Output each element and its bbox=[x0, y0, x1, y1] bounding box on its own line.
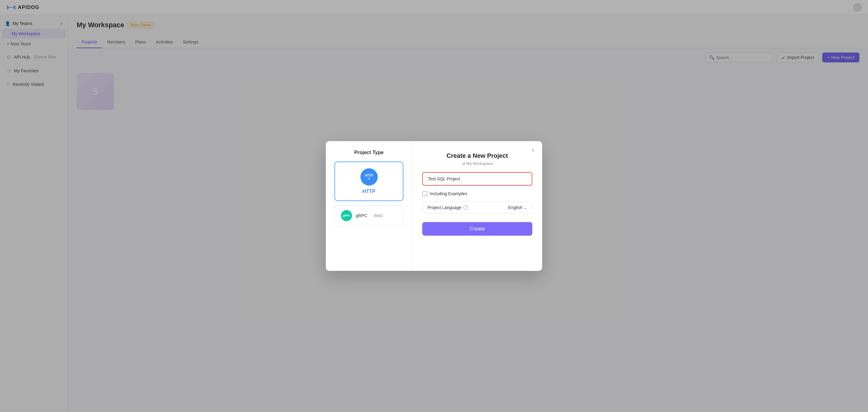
language-selected: English bbox=[508, 205, 522, 210]
grpc-icon: gRPC bbox=[341, 210, 352, 221]
help-icon[interactable]: ? bbox=[463, 205, 468, 210]
create-button[interactable]: Create bbox=[422, 222, 532, 236]
http-icon: HTTP ⇄ bbox=[361, 168, 378, 185]
modal-title: Create a New Project bbox=[422, 152, 532, 159]
modal-overlay: Project Type HTTP ⇄ HTTP gRPC gRPC Beta bbox=[0, 0, 868, 412]
modal-subtitle: of My Workspace bbox=[422, 161, 532, 166]
including-examples-checkbox[interactable] bbox=[422, 191, 427, 196]
including-examples-label[interactable]: Including Examples bbox=[430, 191, 467, 196]
grpc-beta-badge: Beta bbox=[373, 213, 383, 218]
language-value-group: English ⌄ bbox=[508, 205, 527, 210]
modal-close-button[interactable]: × bbox=[529, 146, 537, 155]
project-language-label: Project Language bbox=[428, 205, 462, 210]
http-project-type[interactable]: HTTP ⇄ HTTP bbox=[335, 162, 403, 201]
grpc-project-type[interactable]: gRPC gRPC Beta bbox=[335, 205, 403, 226]
new-project-modal: Project Type HTTP ⇄ HTTP gRPC gRPC Beta bbox=[326, 141, 542, 271]
modal-left-panel: Project Type HTTP ⇄ HTTP gRPC gRPC Beta bbox=[326, 141, 412, 271]
project-language-row[interactable]: Project Language ? English ⌄ bbox=[422, 202, 532, 213]
http-label: HTTP bbox=[363, 189, 376, 194]
including-examples-row: Including Examples bbox=[422, 191, 532, 196]
modal-project-type-title: Project Type bbox=[335, 150, 403, 156]
project-name-input[interactable] bbox=[422, 172, 532, 185]
modal-right-panel: × Create a New Project of My Workspace I… bbox=[412, 141, 542, 271]
language-label-group: Project Language ? bbox=[428, 205, 468, 210]
grpc-label: gRPC bbox=[356, 213, 367, 218]
chevron-down-icon: ⌄ bbox=[524, 205, 527, 210]
